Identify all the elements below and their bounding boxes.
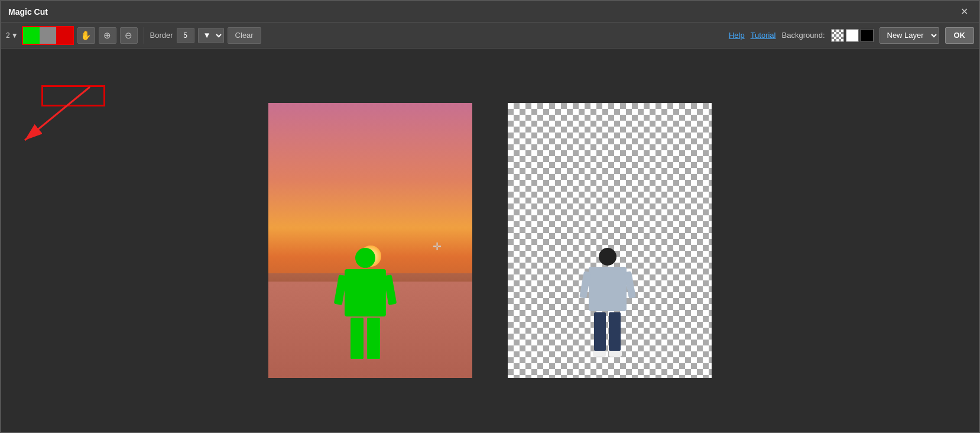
- bg-white-swatch[interactable]: [846, 29, 859, 42]
- new-layer-dropdown[interactable]: New Layer: [880, 27, 939, 44]
- close-button[interactable]: ✕: [957, 5, 972, 18]
- ok-button[interactable]: OK: [945, 27, 975, 44]
- app-title: Magic Cut: [8, 7, 48, 17]
- zoom-in-button[interactable]: ⊕: [99, 27, 116, 44]
- help-button[interactable]: Help: [729, 31, 745, 40]
- person-leg-right: [367, 318, 380, 359]
- app-window: Magic Cut ✕ 2 ▼ ✋ ⊕ ⊖ Border ▼ Clear: [0, 0, 980, 433]
- dropdown-arrow-icon[interactable]: ▼: [11, 31, 18, 40]
- clear-button[interactable]: Clear: [228, 27, 261, 44]
- source-image-panel: ✛: [268, 103, 472, 378]
- preview-person: [584, 248, 631, 360]
- person-legs: [339, 318, 392, 359]
- annotation-arrow: [7, 81, 102, 152]
- svg-line-1: [25, 87, 90, 140]
- hand-icon: ✋: [80, 30, 92, 41]
- person-leg-left: [351, 318, 364, 359]
- gray-color-swatch[interactable]: [40, 27, 56, 44]
- person-head: [355, 248, 375, 268]
- source-image[interactable]: ✛: [268, 103, 472, 378]
- zoom-out-icon: ⊖: [125, 30, 132, 41]
- person-green-overlay: [339, 248, 392, 366]
- prev-arm-left: [579, 271, 591, 298]
- preview-image-panel: [508, 103, 712, 378]
- border-label: Border: [150, 31, 173, 40]
- prev-shoe-left: [593, 351, 606, 357]
- color-palette-highlight: [41, 85, 105, 106]
- hand-tool-button[interactable]: ✋: [77, 27, 95, 44]
- toolbar-separator: [144, 27, 144, 44]
- prev-leg-right: [609, 312, 621, 351]
- person-body: [345, 269, 386, 316]
- border-value-input[interactable]: [177, 28, 194, 43]
- prev-shoes: [584, 351, 631, 357]
- tutorial-button[interactable]: Tutorial: [751, 31, 776, 40]
- prev-arm-right: [624, 271, 636, 298]
- prev-legs: [584, 312, 631, 351]
- toolbar-right: Help Tutorial Background: New Layer OK: [729, 27, 974, 44]
- red-color-swatch[interactable]: [56, 27, 73, 44]
- bg-black-swatch[interactable]: [861, 29, 874, 42]
- prev-shoe-right: [609, 351, 622, 357]
- toolbar: 2 ▼ ✋ ⊕ ⊖ Border ▼ Clear Help Tutorial: [1, 22, 979, 49]
- background-swatches: [831, 29, 874, 42]
- preview-image: [508, 103, 712, 378]
- brush-size-value: 2: [6, 31, 10, 40]
- zoom-out-button[interactable]: ⊖: [120, 27, 138, 44]
- color-palette: [22, 26, 74, 45]
- prev-body: [589, 267, 627, 311]
- green-color-swatch[interactable]: [23, 27, 40, 44]
- title-bar: Magic Cut ✕: [1, 1, 979, 22]
- prev-leg-left: [594, 312, 606, 351]
- prev-head: [599, 248, 616, 266]
- background-label: Background:: [782, 31, 825, 40]
- main-content: ✛: [1, 49, 979, 432]
- border-dropdown[interactable]: ▼: [198, 28, 224, 43]
- zoom-in-icon: ⊕: [103, 30, 111, 41]
- brush-size-indicator: 2 ▼: [6, 31, 18, 40]
- bg-transparent-swatch[interactable]: [831, 29, 844, 42]
